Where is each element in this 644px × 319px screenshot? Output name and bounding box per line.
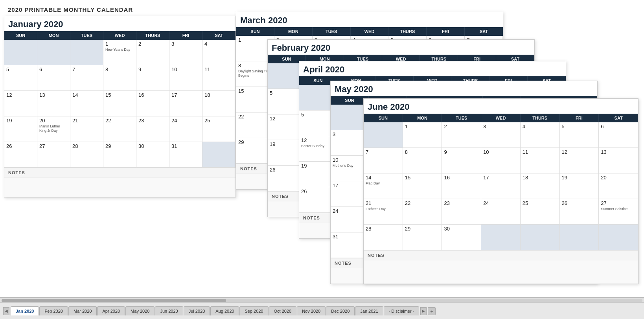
table-row: 25: [202, 116, 236, 142]
table-row: 10: [169, 65, 202, 91]
table-row: 18: [202, 91, 236, 116]
table-row: 15: [403, 173, 442, 199]
table-row: 5: [560, 122, 599, 148]
table-row: [202, 142, 236, 168]
table-row: 5: [4, 65, 37, 91]
table-row: 3: [481, 122, 521, 148]
june-title: June 2020: [364, 99, 638, 114]
tab-aug-2020[interactable]: Aug 2020: [210, 306, 239, 315]
june-grid: 1 2 3 4 5 6 7 8 9 10 11 12 13 14Flag Day…: [364, 122, 638, 250]
tab-feb-2020[interactable]: Feb 2020: [39, 306, 68, 315]
table-row: 22: [403, 199, 442, 225]
table-row: 19: [560, 173, 599, 199]
table-row: 13: [37, 91, 70, 116]
table-row: 30: [136, 142, 169, 168]
tab-jun-2020[interactable]: Jun 2020: [155, 306, 183, 315]
january-grid: 1New Year's Day 2 3 4 5 6 7 8 9 10 11 12…: [4, 40, 236, 168]
tab-oct-2020[interactable]: Oct 2020: [269, 306, 297, 315]
table-row: 26: [4, 142, 37, 168]
tab-scroll-right[interactable]: ▶: [420, 307, 427, 315]
table-row: 6: [599, 122, 638, 148]
table-row: 9: [136, 65, 169, 91]
table-row: [4, 40, 37, 65]
table-row: 7: [364, 148, 403, 173]
tab-scroll-left[interactable]: ◀: [3, 307, 9, 315]
tab-add-button[interactable]: +: [428, 307, 436, 315]
tab-bar: ◀ Jan 2020 Feb 2020 Mar 2020 Apr 2020 Ma…: [0, 302, 644, 319]
table-row: [599, 225, 638, 250]
table-row: 29: [103, 142, 136, 168]
table-row: 27Summer Solstice: [599, 199, 638, 225]
table-row: 21: [70, 116, 103, 142]
tue-header: TUES: [70, 31, 103, 40]
table-row: 11: [521, 148, 560, 173]
table-row: 3: [169, 40, 202, 65]
june-calendar: June 2020 SUN MON TUES WED THURS FRI SAT…: [363, 98, 638, 284]
january-header: SUN MON TUES WED THURS FRI SAT: [4, 31, 236, 40]
table-row: 31: [169, 142, 202, 168]
table-row: 23: [136, 116, 169, 142]
table-row: 25: [521, 199, 560, 225]
table-row: [481, 225, 521, 250]
january-calendar: January 2020 SUN MON TUES WED THURS FRI …: [4, 16, 236, 197]
table-row: 26: [560, 199, 599, 225]
tab-sep-2020[interactable]: Sep 2020: [239, 306, 268, 315]
main-area: 2020 PRINTABLE MONTHLY CALENDAR January …: [0, 0, 644, 297]
table-row: 4: [521, 122, 560, 148]
april-title: April 2020: [299, 61, 566, 76]
tab-nov-2020[interactable]: Nov 2020: [297, 306, 326, 315]
table-row: 24: [481, 199, 521, 225]
tab-jul-2020[interactable]: Jul 2020: [184, 306, 210, 315]
table-row: 12: [4, 91, 37, 116]
table-row: 28: [364, 225, 403, 250]
table-row: 28: [70, 142, 103, 168]
tab-dec-2020[interactable]: Dec 2020: [326, 306, 355, 315]
table-row: 14Flag Day: [364, 173, 403, 199]
table-row: 8: [103, 65, 136, 91]
tab-disclaimer[interactable]: - Disclaimer -: [384, 306, 420, 315]
thu-header: THURS: [136, 31, 169, 40]
fri-header: FRI: [169, 31, 202, 40]
table-row: 12: [560, 148, 599, 173]
table-row: 19: [4, 116, 37, 142]
table-row: [364, 122, 403, 148]
march-header: SUN MON TUES WED THURS FRI SAT: [236, 27, 503, 36]
table-row: 16: [442, 173, 481, 199]
table-row: 29: [403, 225, 442, 250]
wed-header: WED: [103, 31, 136, 40]
mon-header: MON: [37, 31, 70, 40]
table-row: 8: [403, 148, 442, 173]
table-row: 1New Year's Day: [103, 40, 136, 65]
june-header: SUN MON TUES WED THURS FRI SAT: [364, 114, 638, 122]
tab-mar-2020[interactable]: Mar 2020: [68, 306, 97, 315]
january-title: January 2020: [4, 16, 236, 31]
table-row: 14: [70, 91, 103, 116]
table-row: 15: [103, 91, 136, 116]
may-title: May 2020: [331, 81, 597, 96]
table-row: 16: [136, 91, 169, 116]
table-row: 27: [37, 142, 70, 168]
tab-apr-2020[interactable]: Apr 2020: [97, 306, 125, 315]
table-row: 4: [202, 40, 236, 65]
table-row: 10: [481, 148, 521, 173]
table-row: 21Father's Day: [364, 199, 403, 225]
march-title: March 2020: [236, 12, 503, 27]
table-row: [37, 40, 70, 65]
table-row: 23: [442, 199, 481, 225]
table-row: 20Martin Luther King Jr Day: [37, 116, 70, 142]
table-row: [560, 225, 599, 250]
june-notes: NOTES: [364, 250, 638, 260]
tab-jan-2020[interactable]: Jan 2020: [11, 306, 39, 315]
table-row: 7: [70, 65, 103, 91]
table-row: 1: [403, 122, 442, 148]
table-row: 6: [37, 65, 70, 91]
february-title: February 2020: [268, 40, 534, 55]
table-row: [521, 225, 560, 250]
sat-header: SAT: [202, 31, 236, 40]
table-row: 13: [599, 148, 638, 173]
table-row: 17: [481, 173, 521, 199]
table-row: 17: [169, 91, 202, 116]
table-row: 9: [442, 148, 481, 173]
tab-may-2020[interactable]: May 2020: [125, 306, 155, 315]
tab-jan-2021[interactable]: Jan 2021: [355, 306, 383, 315]
